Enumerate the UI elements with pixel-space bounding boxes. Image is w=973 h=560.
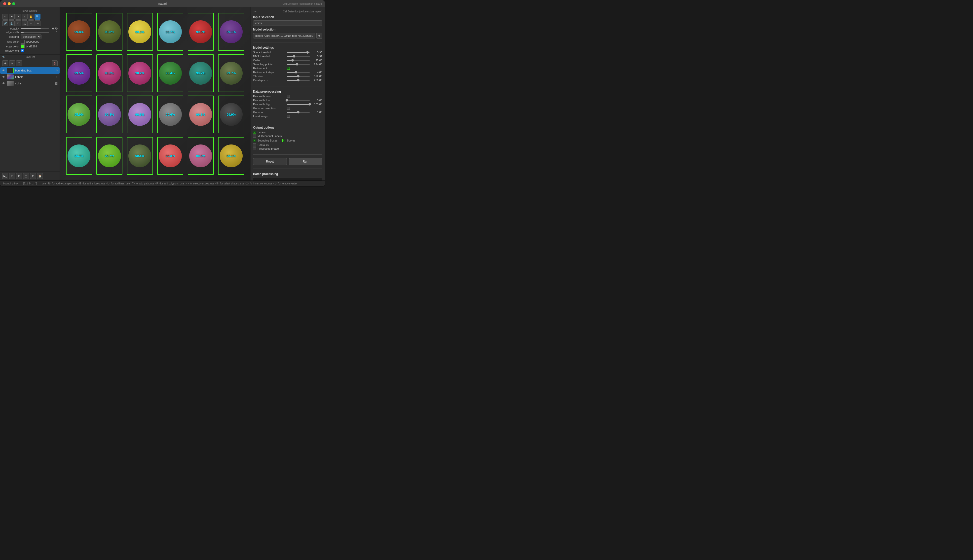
ellipse-tool[interactable]: ○ [28, 20, 34, 26]
layer-item-bounding-box[interactable]: 👁 bounding box ⧉ [0, 67, 60, 74]
console-button[interactable]: ▶_ [2, 173, 8, 179]
input-select[interactable]: coins [253, 20, 322, 26]
delete-layer-button[interactable]: 🗑 [52, 60, 58, 66]
rect-tool[interactable]: □ [15, 20, 21, 26]
percentile-norm-checkbox[interactable] [287, 95, 290, 98]
lasso-tool[interactable]: ⌖ [22, 13, 28, 20]
line-tool[interactable]: ∿ [35, 20, 40, 26]
visibility-icon-2[interactable]: 👁 [2, 82, 5, 85]
score-threshold-slider[interactable] [287, 52, 310, 53]
nms-threshold-row: NMS threshold: 0.31 [253, 55, 322, 58]
visibility-icon-1[interactable]: 👁 [2, 75, 5, 79]
layer-item-labels[interactable]: 👁 Labels ✏ [0, 74, 60, 80]
coin-cell-23: 99.1% [217, 136, 245, 176]
close-icon[interactable]: ✕ [253, 10, 255, 13]
refinement-steps-slider[interactable] [287, 72, 310, 73]
gamma-slider[interactable] [287, 112, 310, 113]
face-color-swatch[interactable] [21, 40, 25, 44]
percentile-low-value: 0.00 [311, 99, 322, 102]
link-layers-tool[interactable]: ⬡ [16, 60, 22, 66]
layer-list-panel: 🔍 layer list ··· ⊕ ↖ ⬡ 🗑 👁 bounding box [0, 55, 60, 171]
overlap-size-slider[interactable] [287, 80, 310, 81]
visibility-icon-0[interactable]: 👁 [2, 69, 5, 72]
gamma-correction-checkbox[interactable] [287, 107, 290, 110]
labels-checkbox[interactable]: ✓ [253, 131, 256, 134]
nms-threshold-slider[interactable] [287, 56, 310, 57]
run-button[interactable]: Run [289, 158, 322, 165]
output-options-title: Output options [253, 126, 322, 129]
model-selection-title: Model selection [253, 28, 322, 31]
ndim-button[interactable]: □ [9, 173, 15, 179]
coin-bbox-18 [66, 137, 92, 175]
order-label: Order: [253, 59, 285, 62]
processed-image-checkbox[interactable] [253, 147, 256, 150]
percentile-low-slider[interactable] [287, 100, 310, 101]
zoom-tool[interactable]: 🔍 [35, 13, 40, 20]
layer-thumb-2 [7, 81, 14, 86]
order-value: 25.00 [311, 59, 322, 62]
bounding-boxes-scores-row: ✓ Bounding Boxes ✓ Scores [253, 138, 322, 143]
blending-select[interactable]: translucent [21, 35, 42, 39]
scores-checkbox[interactable]: ✓ [282, 139, 285, 142]
edge-color-swatch[interactable] [21, 45, 25, 48]
sampling-points-label: Sampling points: [253, 63, 285, 66]
layer-name-0: bounding box [15, 69, 54, 72]
reset-button[interactable]: Reset [253, 158, 287, 165]
add-model-button[interactable]: + [316, 33, 322, 39]
edge-width-slider[interactable] [21, 32, 49, 33]
refinement-checkbox[interactable]: ✓ [287, 67, 290, 70]
close-button[interactable] [3, 2, 6, 5]
move-layer-tool[interactable]: ⊕ [2, 60, 8, 66]
percentile-norm-label: Percentile norm: [253, 95, 285, 98]
contours-row: Contours [253, 143, 322, 147]
move-tool[interactable]: ↖ [2, 13, 8, 20]
coin-bbox-17 [218, 95, 244, 133]
traffic-lights [3, 2, 15, 5]
canvas-area[interactable]: 99.8%98.8%99.3%99.7%99.0%99.1%99.5%98.2%… [60, 7, 250, 180]
divider-5 [253, 168, 322, 169]
order-slider[interactable] [287, 60, 310, 61]
maximize-button[interactable] [12, 2, 15, 5]
face-color-label: face color: [2, 40, 20, 43]
gamma-label: Gamma: [253, 111, 285, 114]
triangle-tool[interactable]: △ [22, 20, 28, 26]
contours-checkbox[interactable] [253, 143, 256, 147]
score-threshold-value: 0.90 [311, 51, 322, 54]
select-tool[interactable]: ✕ [15, 13, 21, 20]
search-icon: 🔍 [2, 56, 5, 58]
bounding-boxes-checkbox[interactable]: ✓ [253, 139, 256, 142]
batch-files-area[interactable] [253, 177, 322, 180]
percentile-norm-row: Percentile norm: [253, 95, 322, 98]
percentile-high-slider[interactable] [287, 104, 310, 105]
model-select[interactable]: ginoro_CpnResNeXt101UNet-fbe875f1a3e5ce2… [253, 33, 315, 38]
score-threshold-label: Score threshold: [253, 51, 285, 54]
opacity-slider[interactable] [21, 28, 49, 29]
main-area: layer controls ↖ ✦ ✕ ⌖ ✋ 🔍 🔗 ⚓ □ △ ○ [0, 7, 325, 180]
transform-tool[interactable]: ✦ [9, 13, 15, 20]
coin-cell-9: 99.4% [156, 53, 185, 93]
minimize-button[interactable] [8, 2, 11, 5]
sampling-points-slider[interactable] [287, 64, 310, 65]
anchor-tool[interactable]: ⚓ [9, 20, 15, 26]
edge-width-label: edge width: [2, 31, 20, 34]
model-selection-section: Model selection ginoro_CpnResNeXt101UNet… [253, 28, 322, 39]
select-layer-tool[interactable]: ↖ [9, 60, 15, 66]
link-tool[interactable]: 🔗 [2, 20, 8, 26]
tile-size-slider[interactable] [287, 76, 310, 77]
more-icon: ··· [56, 56, 58, 58]
left-panel: layer controls ↖ ✦ ✕ ⌖ ✋ 🔍 🔗 ⚓ □ △ ○ [0, 7, 60, 180]
invert-image-checkbox[interactable] [287, 115, 290, 118]
grid-button[interactable]: ⊞ [16, 173, 22, 179]
tile-size-row: Tile size: 512.00 [253, 75, 322, 78]
3d-button[interactable]: ◫ [23, 173, 29, 179]
layer-item-coins[interactable]: 👁 coins 🖼 [0, 80, 60, 87]
home-button[interactable]: 🏠 [37, 173, 43, 179]
divider-2 [253, 86, 322, 87]
layer-type-icon-1: ✏ [56, 76, 58, 78]
grid-view-button[interactable]: ⊟ [30, 173, 36, 179]
display-text-checkbox[interactable] [21, 49, 23, 52]
coin-bbox-4 [188, 13, 214, 51]
hand-tool[interactable]: ✋ [28, 13, 34, 20]
multichannel-labels-checkbox[interactable] [253, 135, 256, 138]
batch-processing-title: Batch processing [253, 172, 322, 176]
